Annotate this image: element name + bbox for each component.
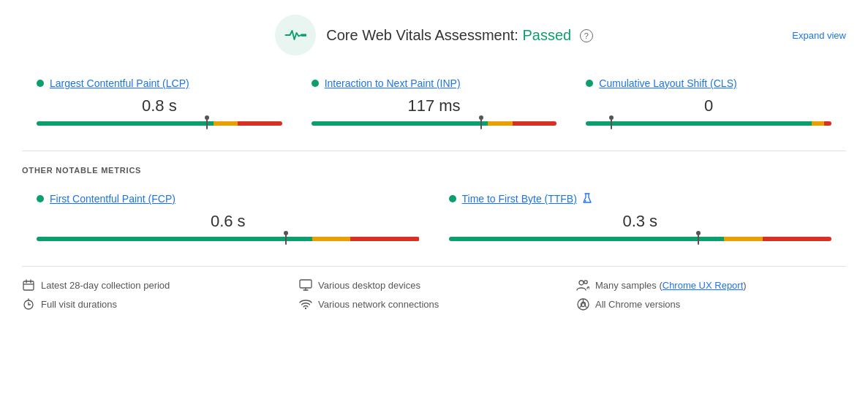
metric-fcp: First Contentful Paint (FCP) 0.6 s bbox=[22, 186, 434, 251]
help-icon[interactable]: ? bbox=[580, 29, 593, 42]
cls-link[interactable]: Cumulative Layout Shift (CLS) bbox=[599, 77, 736, 89]
fcp-status-dot bbox=[37, 195, 44, 202]
chrome-icon bbox=[576, 297, 589, 311]
fcp-bar bbox=[37, 237, 420, 244]
metric-ttfb-label: Time to First Byte (TTFB) bbox=[449, 193, 832, 205]
vitals-icon bbox=[275, 15, 316, 56]
svg-rect-4 bbox=[23, 281, 34, 290]
desktop-icon bbox=[299, 278, 312, 292]
footer-chrome-versions: All Chrome versions bbox=[576, 297, 846, 311]
inp-link[interactable]: Interaction to Next Paint (INP) bbox=[325, 77, 461, 89]
footer-col-3: Many samples (Chrome UX Report) All Chro… bbox=[576, 278, 846, 316]
calendar-icon bbox=[22, 278, 35, 292]
metric-fcp-label: First Contentful Paint (FCP) bbox=[37, 193, 420, 205]
cls-status-dot bbox=[586, 80, 593, 87]
section-label: OTHER NOTABLE METRICS bbox=[22, 166, 846, 175]
fcp-link[interactable]: First Contentful Paint (FCP) bbox=[50, 193, 176, 205]
svg-rect-12 bbox=[300, 280, 312, 288]
page-wrapper: Core Web Vitals Assessment: Passed ? Exp… bbox=[0, 0, 868, 331]
metrics-bottom-grid: First Contentful Paint (FCP) 0.6 s Time … bbox=[22, 186, 846, 251]
footer: Latest 28-day collection period Full vis… bbox=[22, 266, 846, 316]
metric-lcp: Largest Contentful Paint (LCP) 0.8 s bbox=[22, 70, 297, 136]
svg-point-17 bbox=[584, 281, 587, 284]
footer-network-connections: Various network connections bbox=[299, 297, 569, 311]
header-status: Passed bbox=[523, 27, 572, 43]
collection-period-text: Latest 28-day collection period bbox=[41, 280, 170, 291]
svg-point-3 bbox=[584, 200, 586, 202]
lcp-bar bbox=[37, 121, 282, 129]
visit-durations-text: Full visit durations bbox=[41, 299, 117, 310]
footer-col-2: Various desktop devices Various network … bbox=[299, 278, 569, 316]
expand-view-link[interactable]: Expand view bbox=[792, 30, 846, 41]
metric-cls: Cumulative Layout Shift (CLS) 0 bbox=[571, 70, 846, 136]
cls-bar bbox=[586, 121, 831, 129]
fcp-value: 0.6 s bbox=[37, 212, 420, 231]
header: Core Web Vitals Assessment: Passed ? Exp… bbox=[22, 15, 846, 56]
cls-indicator bbox=[611, 118, 612, 129]
clock-icon bbox=[22, 297, 35, 311]
metric-inp-label: Interaction to Next Paint (INP) bbox=[312, 77, 557, 89]
metric-lcp-label: Largest Contentful Paint (LCP) bbox=[37, 77, 282, 89]
inp-indicator bbox=[480, 118, 482, 129]
users-icon bbox=[576, 278, 589, 292]
cls-value: 0 bbox=[586, 96, 831, 115]
inp-bar bbox=[312, 121, 557, 129]
lcp-status-dot bbox=[37, 80, 44, 87]
ttfb-link[interactable]: Time to First Byte (TTFB) bbox=[462, 193, 577, 205]
network-connections-text: Various network connections bbox=[318, 299, 439, 310]
footer-collection-period: Latest 28-day collection period bbox=[22, 278, 292, 292]
ttfb-status-dot bbox=[449, 195, 456, 202]
many-samples-text: Many samples (Chrome UX Report) bbox=[595, 280, 747, 291]
inp-value: 117 ms bbox=[312, 96, 557, 115]
desktop-devices-text: Various desktop devices bbox=[318, 280, 420, 291]
lcp-indicator bbox=[206, 118, 208, 129]
ttfb-value: 0.3 s bbox=[449, 212, 832, 231]
lcp-value: 0.8 s bbox=[37, 96, 282, 115]
footer-many-samples: Many samples (Chrome UX Report) bbox=[576, 278, 846, 292]
metrics-top-grid: Largest Contentful Paint (LCP) 0.8 s Int… bbox=[22, 70, 846, 151]
ttfb-bar bbox=[449, 237, 832, 244]
header-title-text: Core Web Vitals Assessment: bbox=[326, 27, 518, 43]
lcp-link[interactable]: Largest Contentful Paint (LCP) bbox=[50, 77, 189, 89]
svg-point-15 bbox=[305, 308, 306, 309]
metric-ttfb: Time to First Byte (TTFB) 0.3 s bbox=[434, 186, 847, 251]
beaker-icon bbox=[581, 193, 593, 205]
footer-col-1: Latest 28-day collection period Full vis… bbox=[22, 278, 292, 316]
footer-visit-durations: Full visit durations bbox=[22, 297, 292, 311]
network-icon bbox=[299, 297, 312, 311]
ttfb-indicator bbox=[698, 233, 699, 245]
chrome-versions-text: All Chrome versions bbox=[595, 299, 680, 310]
chrome-ux-report-link[interactable]: Chrome UX Report bbox=[663, 280, 744, 291]
inp-status-dot bbox=[312, 80, 319, 87]
metric-inp: Interaction to Next Paint (INP) 117 ms bbox=[297, 70, 572, 136]
footer-desktop-devices: Various desktop devices bbox=[299, 278, 569, 292]
svg-point-16 bbox=[579, 281, 584, 285]
metric-cls-label: Cumulative Layout Shift (CLS) bbox=[586, 77, 831, 89]
header-title: Core Web Vitals Assessment: Passed ? bbox=[326, 27, 593, 44]
fcp-indicator bbox=[285, 233, 287, 245]
